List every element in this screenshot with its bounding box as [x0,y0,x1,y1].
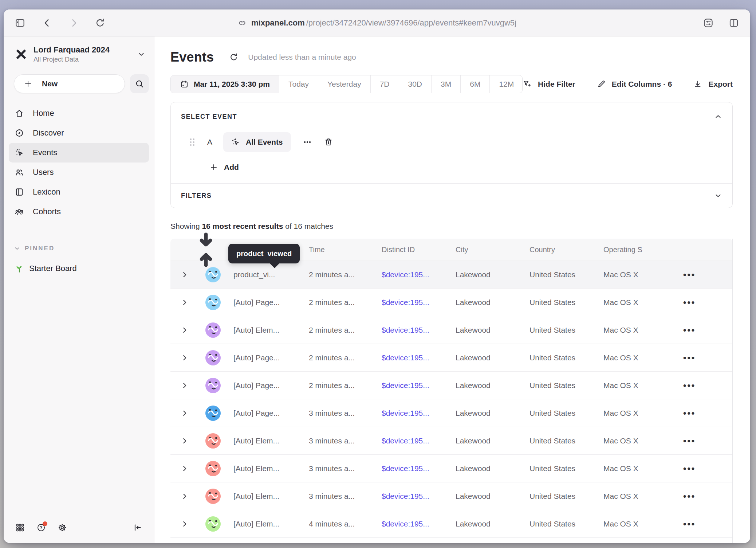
date-range-option[interactable]: Today [279,75,318,93]
cell-country: United States [523,437,597,445]
distinct-id-link[interactable]: $device:195... [382,326,429,334]
column-header-os[interactable]: Operating S [597,246,671,254]
distinct-id-link[interactable]: $device:195... [382,492,429,500]
drag-handle-icon[interactable] [188,137,196,148]
table-row[interactable]: [Auto] Elem... 4 minutes a... $device:19… [170,537,732,543]
refresh-icon[interactable] [229,52,239,62]
row-menu-icon[interactable]: ••• [683,380,696,390]
table-row[interactable]: [Auto] Page... 2 minutes a... $device:19… [170,371,732,399]
distinct-id-link[interactable]: $device:195... [382,298,429,306]
gear-icon[interactable] [58,523,67,532]
sidebar-toggle-icon[interactable] [15,17,25,28]
sidebar-item-label: Lexicon [33,187,60,197]
row-menu-icon[interactable]: ••• [683,270,696,279]
date-range-option[interactable]: 3M [431,75,460,93]
expand-row-icon[interactable] [181,437,189,445]
search-button[interactable] [130,74,149,93]
table-row[interactable]: [Auto] Elem... 3 minutes a... $device:19… [170,427,732,454]
row-menu-icon[interactable]: ••• [683,353,696,363]
address-bar[interactable]: mixpanel.com /project/3472420/view/39746… [237,9,516,36]
split-view-icon[interactable] [728,17,739,28]
collapse-sidebar-icon[interactable] [133,523,142,532]
chevron-down-icon[interactable] [714,192,722,200]
event-avatar [205,350,221,365]
hide-filter-button[interactable]: Hide Filter [523,79,575,89]
row-menu-icon[interactable]: ••• [683,297,696,307]
table-row[interactable]: [Auto] Elem... 3 minutes a... $device:19… [170,454,732,482]
select-event-section: SELECT EVENT A [171,102,732,183]
back-icon[interactable] [42,17,52,28]
reload-icon[interactable] [95,17,106,28]
sidebar-item-discover[interactable]: Discover [9,123,149,143]
apps-grid-icon[interactable] [15,523,25,532]
table-row[interactable]: product_vi... 2 minutes a... $device:195… [170,261,732,288]
table-row[interactable]: [Auto] Elem... 2 minutes a... $device:19… [170,316,732,344]
sidebar-item-home[interactable]: Home [9,103,149,123]
expand-row-icon[interactable] [181,354,189,362]
date-range-option[interactable]: 30D [399,75,432,93]
row-menu-icon[interactable]: ••• [683,408,696,418]
date-range-option[interactable]: 7D [370,75,399,93]
row-menu-icon[interactable]: ••• [683,519,696,529]
url-host: mixpanel.com [251,18,305,28]
cell-country: United States [523,492,597,501]
cell-country: United States [523,326,597,334]
row-menu-icon[interactable]: ••• [683,436,696,446]
export-button[interactable]: Export [693,79,733,89]
collapse-rows-icon[interactable] [184,228,228,271]
expand-row-icon[interactable] [181,381,189,390]
event-selector-chip[interactable]: All Events [223,132,291,152]
new-button[interactable]: New [14,74,125,93]
forward-icon[interactable] [68,17,79,28]
row-menu-icon[interactable]: ••• [683,325,696,335]
filters-title: FILTERS [181,192,212,200]
column-header-country[interactable]: Country [523,246,597,254]
date-range-option[interactable]: 12M [489,75,523,93]
expand-row-icon[interactable] [181,271,189,279]
row-menu-icon[interactable]: ••• [683,463,696,473]
distinct-id-link[interactable]: $device:195... [382,381,429,390]
date-range-selected[interactable]: Mar 11, 2025 3:30 pm [171,75,279,93]
distinct-id-link[interactable]: $device:195... [382,437,429,445]
date-range-option[interactable]: 6M [460,75,489,93]
sidebar-item-cohorts[interactable]: Cohorts [9,202,149,222]
date-range-option[interactable]: Yesterday [318,75,370,93]
sidebar-item-starter-board[interactable]: Starter Board [4,264,154,273]
page-settings-icon[interactable] [703,17,714,28]
distinct-id-link[interactable]: $device:195... [382,409,429,417]
table-row[interactable]: [Auto] Elem... 3 minutes a... $device:19… [170,482,732,510]
more-options-icon[interactable] [302,137,313,148]
trash-icon[interactable] [324,137,333,147]
expand-row-icon[interactable] [181,298,189,306]
distinct-id-link[interactable]: $device:195... [382,464,429,473]
add-event-button[interactable]: Add [209,163,239,172]
select-event-title: SELECT EVENT [181,113,237,121]
column-header-distinct-id[interactable]: Distinct ID [375,246,449,254]
column-header-time[interactable]: Time [302,246,375,254]
table-row[interactable]: [Auto] Page... 2 minutes a... $device:19… [170,344,732,371]
row-menu-icon[interactable]: ••• [683,491,696,501]
edit-columns-button[interactable]: Edit Columns · 6 [596,79,672,89]
pinned-section-header[interactable]: PINNED [14,245,154,252]
table-row[interactable]: [Auto] Page... 2 minutes a... $device:19… [170,288,732,316]
cell-os: Mac OS X [597,381,671,390]
sidebar-item-events[interactable]: Events [9,143,149,163]
help-icon[interactable]: ? [36,523,46,532]
distinct-id-link[interactable]: $device:195... [382,520,429,528]
sidebar-item-lexicon[interactable]: Lexicon [9,182,149,202]
expand-row-icon[interactable] [181,465,189,473]
project-switcher[interactable]: Lord Farquaad 2024 All Project Data [15,45,145,63]
column-header-city[interactable]: City [449,246,523,254]
project-scope: All Project Data [34,56,131,63]
sidebar-item-users[interactable]: Users [9,163,149,182]
expand-row-icon[interactable] [181,326,189,334]
expand-row-icon[interactable] [181,520,189,528]
distinct-id-link[interactable]: $device:195... [382,270,429,279]
expand-row-icon[interactable] [181,492,189,500]
cell-event-name: [Auto] Elem... [228,326,302,334]
table-row[interactable]: [Auto] Elem... 4 minutes a... $device:19… [170,510,732,537]
table-row[interactable]: [Auto] Page... 3 minutes a... $device:19… [170,399,732,427]
distinct-id-link[interactable]: $device:195... [382,353,429,362]
expand-row-icon[interactable] [181,409,189,417]
chevron-up-icon[interactable] [714,113,722,121]
